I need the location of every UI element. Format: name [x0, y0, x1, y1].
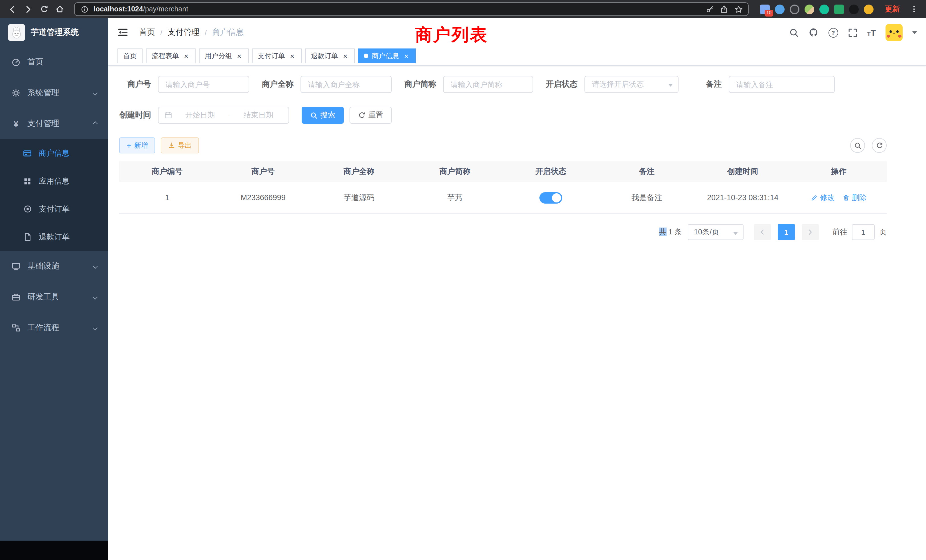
- sidebar-item-merchant-info[interactable]: 商户信息: [0, 139, 108, 167]
- sidebar-item-refund-order[interactable]: 退款订单: [0, 223, 108, 251]
- font-size-large-letter: T: [871, 28, 876, 37]
- user-menu-caret-icon[interactable]: [912, 31, 917, 34]
- sidebar-item-dev-tools[interactable]: 研发工具: [0, 282, 108, 312]
- bookmark-star-icon[interactable]: [733, 4, 743, 14]
- help-icon[interactable]: ?: [828, 28, 838, 37]
- sidebar-item-pay-order[interactable]: 支付订单: [0, 195, 108, 223]
- date-end-placeholder: 结束日期: [234, 110, 283, 120]
- col-remark: 备注: [599, 166, 695, 177]
- tab-pay-order[interactable]: 支付订单×: [252, 48, 302, 63]
- tab-process-form[interactable]: 流程表单×: [146, 48, 195, 63]
- delete-link[interactable]: 删除: [843, 192, 867, 203]
- status-toggle[interactable]: [539, 192, 562, 203]
- close-icon[interactable]: ×: [236, 52, 243, 60]
- close-icon[interactable]: ×: [402, 52, 410, 60]
- close-icon[interactable]: ×: [183, 52, 190, 60]
- search-icon[interactable]: [789, 28, 799, 37]
- date-start-placeholder: 开始日期: [176, 110, 225, 120]
- extension-icon-8[interactable]: [864, 4, 873, 14]
- chevron-down-icon: [668, 84, 673, 87]
- next-page-button[interactable]: [802, 224, 819, 240]
- extension-icon-1[interactable]: 10: [760, 4, 770, 14]
- merchant-no-label: 商户号: [119, 79, 151, 89]
- cell-merchant-no: M233666999: [215, 193, 311, 202]
- export-button[interactable]: 导出: [161, 138, 199, 153]
- collapse-menu-icon[interactable]: [118, 27, 129, 38]
- url-host: localhost:1024: [94, 5, 143, 13]
- extension-icon-4[interactable]: [805, 4, 814, 14]
- edit-link[interactable]: 修改: [811, 192, 835, 203]
- tab-label: 商户信息: [372, 51, 399, 61]
- tab-merchant-info[interactable]: 商户信息×: [358, 48, 416, 63]
- browser-menu-icon[interactable]: [908, 3, 920, 15]
- chrome-update-button[interactable]: 更新: [885, 4, 900, 14]
- tab-label: 首页: [123, 51, 137, 61]
- remark-input[interactable]: [729, 76, 835, 93]
- credit-card-icon: [23, 148, 32, 158]
- url-path: /pay/merchant: [143, 5, 188, 13]
- forward-icon[interactable]: [22, 3, 34, 15]
- breadcrumb-payment[interactable]: 支付管理: [168, 27, 200, 38]
- add-button[interactable]: + 新增: [119, 138, 155, 153]
- sidebar-item-label: 基础设施: [27, 261, 59, 271]
- site-info-icon[interactable]: [79, 4, 89, 14]
- sidebar-item-home[interactable]: 首页: [0, 47, 108, 77]
- table-header-row: 商户编号 商户号 商户全称 商户简称 开启状态 备注 创建时间 操作: [119, 161, 887, 182]
- sidebar-item-workflow[interactable]: 工作流程: [0, 312, 108, 343]
- extension-icon-7[interactable]: [849, 4, 859, 14]
- sidebar-item-label: 系统管理: [27, 88, 59, 98]
- search-button[interactable]: 搜索: [302, 107, 344, 124]
- sidebar-item-label: 工作流程: [27, 323, 59, 333]
- close-icon[interactable]: ×: [289, 52, 296, 60]
- short-name-input[interactable]: [443, 76, 533, 93]
- sidebar-item-payment[interactable]: ¥ 支付管理: [0, 108, 108, 139]
- password-key-icon[interactable]: [705, 4, 715, 14]
- back-icon[interactable]: [6, 3, 18, 15]
- close-icon[interactable]: ×: [342, 52, 349, 60]
- page-size-select[interactable]: 10条/页: [688, 224, 743, 240]
- github-icon[interactable]: [808, 27, 819, 38]
- prev-page-button[interactable]: [754, 224, 771, 240]
- breadcrumb-home[interactable]: 首页: [139, 27, 155, 38]
- extension-icon-2[interactable]: [775, 4, 785, 14]
- full-name-input[interactable]: [301, 76, 392, 93]
- dashboard-icon: [11, 58, 21, 67]
- right-toolbar: [850, 138, 887, 153]
- date-range-picker[interactable]: 开始日期 - 结束日期: [158, 107, 289, 124]
- navbar-actions: ? TT: [789, 24, 917, 41]
- cell-status: [503, 192, 599, 203]
- status-select[interactable]: 请选择开启状态: [584, 76, 679, 93]
- app-logo[interactable]: 芋道管理系统: [0, 18, 108, 47]
- page-size-value: 10条/页: [694, 227, 719, 237]
- home-icon[interactable]: [54, 3, 66, 15]
- refresh-icon: [358, 112, 366, 119]
- user-avatar[interactable]: [885, 24, 903, 41]
- reset-button[interactable]: 重置: [350, 107, 392, 124]
- page-number-1[interactable]: 1: [778, 224, 795, 240]
- sidebar-item-infrastructure[interactable]: 基础设施: [0, 251, 108, 282]
- pagination: 共 1 条 10条/页 1 前往 页: [119, 224, 887, 240]
- goto-page-input[interactable]: [852, 224, 875, 240]
- cell-actions: 修改 删除: [791, 192, 887, 203]
- filter-full-name: 商户全称: [262, 76, 392, 93]
- sidebar-item-app-info[interactable]: 应用信息: [0, 167, 108, 195]
- extension-icon-5[interactable]: [819, 4, 829, 14]
- reload-icon[interactable]: [38, 3, 50, 15]
- tab-home[interactable]: 首页: [118, 48, 142, 63]
- share-icon[interactable]: [719, 4, 729, 14]
- tab-label: 流程表单: [152, 51, 179, 61]
- fullscreen-icon[interactable]: [847, 28, 857, 37]
- toggle-search-button[interactable]: [850, 138, 865, 153]
- extension-icon-6[interactable]: [834, 4, 844, 14]
- merchant-no-input[interactable]: [158, 76, 249, 93]
- tab-user-group[interactable]: 用户分组×: [199, 48, 249, 63]
- col-actions: 操作: [791, 166, 887, 177]
- refresh-table-button[interactable]: [872, 138, 887, 153]
- cell-create-time: 2021-10-23 08:31:14: [695, 193, 791, 202]
- sidebar-item-label: 研发工具: [27, 292, 59, 302]
- font-size-icon[interactable]: TT: [867, 28, 876, 37]
- sidebar-item-system[interactable]: 系统管理: [0, 77, 108, 108]
- tab-refund-order[interactable]: 退款订单×: [305, 48, 355, 63]
- address-bar[interactable]: localhost:1024/pay/merchant: [74, 2, 749, 16]
- extension-icon-3[interactable]: [790, 4, 799, 14]
